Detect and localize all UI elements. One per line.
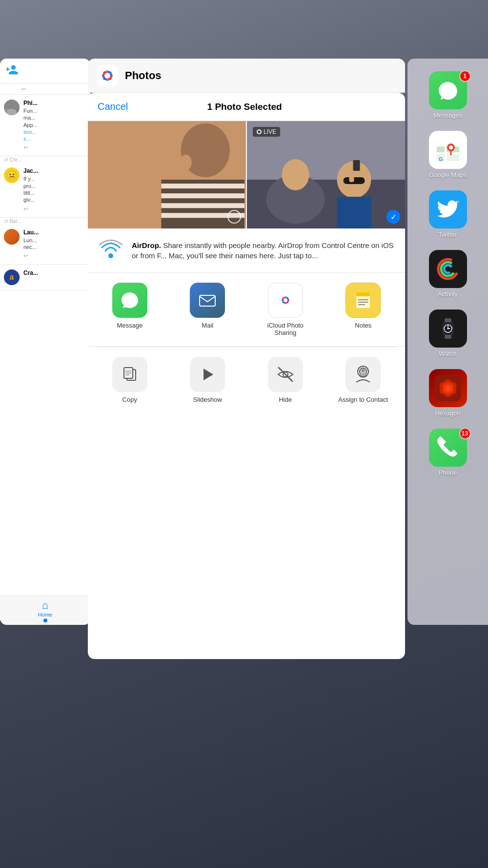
sidebar-item-activity[interactable]: Activity: [421, 247, 475, 301]
share-icons-row: Message Mail: [88, 273, 405, 347]
svg-marker-49: [203, 369, 213, 380]
tweet-1-text: Fun...ma...App...sco...s...: [23, 107, 86, 142]
tweet-2-reply-icon[interactable]: ↩: [23, 206, 86, 212]
photo-thumb-2[interactable]: LIVE ✓: [247, 121, 405, 228]
svg-rect-78: [445, 335, 451, 339]
svg-point-28: [108, 253, 113, 258]
tweet-2-rt: ↺Chr...: [0, 156, 90, 163]
svg-line-51: [279, 368, 292, 381]
tweet-3[interactable]: Lau... Lun...nec... ↩: [0, 224, 90, 265]
action-hide-item[interactable]: Hide: [256, 357, 315, 403]
action-copy-item[interactable]: Copy: [101, 357, 159, 403]
tweet-4[interactable]: a Cra...: [0, 265, 90, 290]
tweet-1[interactable]: Phi... Fun...ma...App...sco...s... ↩: [0, 95, 90, 156]
twitter-card-background: ↩ Phi... Fun...ma...App...sco...s... ↩ ↺…: [0, 59, 90, 625]
share-mail-label: Mail: [202, 322, 213, 329]
svg-point-9: [104, 73, 110, 79]
sidebar-item-watch[interactable]: Watch: [421, 307, 475, 360]
share-notes-label: Notes: [355, 322, 371, 329]
photos-app-header: Photos: [88, 59, 405, 93]
tweet-2-avatar: 😐: [4, 167, 20, 183]
sidebar-item-hexagon[interactable]: Hexagon: [421, 366, 475, 420]
googlemaps-label: Google Maps: [429, 171, 467, 179]
activity-label: Activity: [438, 290, 458, 298]
home-tab-dot: [43, 619, 47, 622]
live-badge: LIVE: [253, 127, 280, 137]
action-copy-label: Copy: [122, 396, 137, 403]
action-slideshow-item[interactable]: Slideshow: [178, 357, 237, 403]
watch-label: Watch: [439, 350, 456, 357]
tweet-2-name: Jac...: [23, 167, 86, 174]
sheet-header: Cancel 1 Photo Selected: [88, 93, 405, 121]
action-hide-icon: [268, 357, 303, 392]
share-mail-icon: [190, 283, 225, 318]
svg-rect-77: [445, 318, 451, 322]
messages-badge: 1: [459, 70, 471, 82]
twitter-home-bar: ⌂ Home: [0, 596, 90, 625]
action-copy-icon: [112, 357, 147, 392]
sidebar-item-twitter[interactable]: Twitter: [421, 187, 475, 241]
airdrop-description: AirDrop. Share instantly with people nea…: [132, 240, 395, 261]
tweet-3-text: Lun...nec...: [23, 237, 86, 251]
svg-point-54: [362, 369, 365, 372]
tweet-1-reply: ↩: [0, 84, 90, 95]
svg-rect-29: [200, 295, 215, 306]
photo-1-select-circle[interactable]: [227, 210, 241, 224]
hexagon-icon: [429, 369, 467, 407]
svg-rect-40: [356, 292, 370, 296]
action-assign-label: Assign to Contact: [338, 396, 388, 403]
tweet-3-name: Lau...: [23, 229, 86, 236]
sidebar-item-messages[interactable]: 1 Messages: [421, 68, 475, 122]
svg-rect-43: [358, 304, 365, 305]
share-notes-item[interactable]: Notes: [334, 283, 392, 336]
sheet-title: 1 Photo Selected: [207, 102, 282, 112]
share-notes-icon: [346, 283, 381, 318]
airdrop-icon: [98, 237, 124, 264]
share-message-item[interactable]: Message: [101, 283, 159, 336]
action-assign-icon: [346, 357, 381, 392]
svg-rect-61: [437, 152, 459, 154]
photo-grid: LIVE ✓: [88, 121, 405, 228]
action-assign-item[interactable]: Assign to Contact: [334, 357, 392, 403]
activity-icon: [429, 250, 467, 288]
svg-text:G: G: [439, 156, 443, 162]
share-message-label: Message: [117, 322, 142, 329]
svg-rect-41: [358, 299, 368, 300]
tweet-4-name: Cra...: [23, 269, 86, 276]
tweet-1-name: Phi...: [23, 100, 86, 106]
phone-badge: 13: [459, 428, 471, 439]
action-hide-label: Hide: [279, 396, 292, 403]
twitter-icon: [429, 190, 467, 228]
svg-point-63: [449, 145, 453, 149]
svg-rect-47: [125, 372, 131, 373]
tweet-2[interactable]: 😐 Jac... If y...pro...littl...giv... ↩: [0, 163, 90, 217]
phone-label: Phone: [439, 469, 457, 476]
photo-thumb-1[interactable]: [88, 121, 246, 228]
share-icloud-label: iCloud Photo Sharing: [256, 322, 315, 336]
share-mail-item[interactable]: Mail: [178, 283, 237, 336]
sidebar-item-phone[interactable]: 13 Phone: [421, 426, 475, 479]
sidebar-item-googlemaps[interactable]: G Google Maps: [421, 128, 475, 182]
home-tab-label: Home: [38, 612, 52, 618]
share-icloud-icon: [268, 283, 303, 318]
svg-rect-46: [125, 371, 131, 372]
share-sheet: Cancel 1 Photo Selected: [88, 93, 405, 659]
watch-icon: [429, 310, 467, 348]
cancel-button[interactable]: Cancel: [98, 101, 128, 112]
twitter-label: Twitter: [438, 231, 457, 238]
svg-rect-27: [353, 160, 360, 171]
action-icons-row: Copy Slideshow Hide: [88, 347, 405, 413]
svg-rect-18: [88, 121, 246, 228]
svg-rect-42: [358, 302, 368, 303]
photos-app-title: Photos: [125, 69, 162, 82]
tweet-1-avatar: [4, 100, 20, 115]
svg-point-22: [282, 159, 309, 190]
photo-2-select-check[interactable]: ✓: [386, 210, 400, 224]
action-slideshow-icon: [190, 357, 225, 392]
share-icloud-item[interactable]: iCloud Photo Sharing: [256, 283, 315, 336]
tweet-2-text: If y...pro...littl...giv...: [23, 175, 86, 203]
tweet-1-reply-icon[interactable]: ↩: [23, 144, 86, 151]
photos-app-icon: [97, 65, 118, 86]
tweet-3-reply-icon[interactable]: ↩: [23, 252, 86, 259]
svg-point-38: [284, 298, 287, 302]
